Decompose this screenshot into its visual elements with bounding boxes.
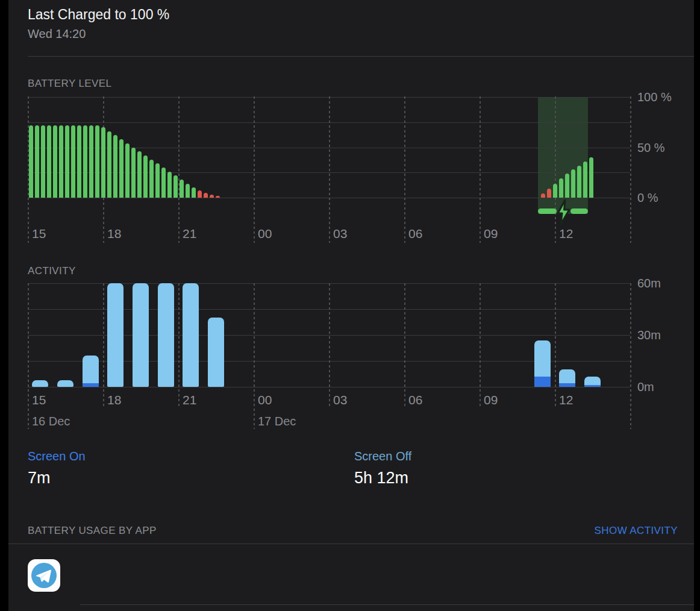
charging-indicator-bar (538, 208, 557, 214)
gridline-vertical-dashed (630, 283, 631, 429)
battery-y-tick: 50 % (637, 140, 665, 154)
activity-x-tick: 12 (559, 393, 573, 407)
battery-x-tick: 15 (32, 227, 46, 241)
activity-date-tick: 17 Dec (258, 415, 296, 428)
screen-off-stat: Screen Off 5h 12m (354, 450, 411, 487)
activity-bar (32, 380, 48, 387)
activity-bar (133, 283, 149, 387)
activity-bar (584, 377, 601, 387)
activity-bar-screen-on-segment (584, 385, 601, 387)
battery-x-tick: 09 (484, 227, 498, 241)
activity-x-tick: 09 (484, 393, 498, 407)
activity-bar (534, 340, 551, 387)
divider (28, 56, 694, 57)
battery-y-tick: 100 % (637, 90, 672, 104)
battery-bar (47, 125, 51, 198)
battery-bar (186, 184, 190, 198)
charging-bolt-icon (555, 199, 572, 225)
battery-x-tick: 00 (258, 227, 272, 241)
activity-x-tick: 03 (333, 393, 347, 407)
battery-bar (29, 125, 33, 198)
telegram-icon (28, 559, 60, 592)
battery-bar (192, 187, 196, 198)
battery-bar (547, 189, 551, 198)
divider (80, 604, 694, 605)
activity-x-tick: 15 (32, 393, 46, 407)
battery-bar (577, 166, 581, 198)
screen-on-label: Screen On (28, 450, 86, 463)
last-charged-timestamp: Wed 14:20 (28, 27, 86, 41)
activity-bar (183, 283, 199, 387)
battery-bar (107, 131, 111, 198)
battery-bar (35, 125, 39, 198)
gridline-vertical-dashed (404, 283, 405, 408)
show-activity-button[interactable]: SHOW ACTIVITY (595, 525, 678, 537)
activity-x-tick: 18 (107, 393, 121, 407)
activity-bar-screen-on-segment (534, 377, 551, 387)
activity-bar (158, 283, 174, 387)
battery-y-tick: 0 % (637, 191, 658, 205)
battery-x-tick: 18 (107, 227, 121, 241)
battery-bar (41, 125, 45, 198)
battery-bar (589, 157, 593, 198)
battery-bar (541, 193, 545, 198)
gridline-vertical-dashed (329, 283, 330, 408)
battery-bar (559, 178, 563, 198)
battery-bar (53, 125, 57, 198)
battery-bar (89, 125, 93, 198)
activity-bar (559, 369, 575, 387)
battery-x-tick: 12 (559, 227, 573, 241)
battery-bar (59, 125, 63, 198)
battery-usage-section-label: BATTERY USAGE BY APP (28, 525, 157, 537)
battery-bar (198, 190, 202, 198)
battery-bar (161, 168, 166, 198)
battery-x-tick: 06 (408, 227, 422, 241)
battery-bar (125, 143, 130, 198)
activity-x-tick: 00 (258, 393, 272, 407)
battery-bar (149, 160, 154, 198)
battery-bar (210, 195, 214, 198)
battery-bar (95, 125, 99, 198)
gridline-vertical-dashed (480, 96, 481, 243)
battery-bar (77, 125, 81, 198)
battery-bar (180, 180, 184, 198)
activity-date-tick: 16 Dec (32, 415, 70, 428)
gridline-vertical-dashed (178, 96, 180, 243)
battery-bar (131, 148, 136, 198)
battery-bar (173, 175, 178, 198)
battery-bar (565, 174, 569, 198)
page-title: Last Charged to 100 % (28, 7, 169, 23)
battery-bar (583, 161, 587, 198)
gridline-vertical-dashed (254, 96, 255, 243)
gridline-vertical-dashed (178, 283, 180, 408)
gridline-vertical-dashed (555, 283, 556, 408)
gridline-vertical-dashed (630, 96, 631, 243)
battery-bar (204, 193, 208, 198)
app-usage-row-telegram[interactable]: Telegram Notifications 100 % (8, 551, 694, 604)
activity-bar (57, 380, 73, 387)
gridline-vertical-dashed (103, 283, 104, 408)
battery-bar (137, 151, 142, 198)
battery-bar (553, 184, 557, 198)
activity-x-tick: 21 (183, 393, 196, 407)
activity-bar (208, 318, 224, 387)
screen-off-value: 5h 12m (354, 469, 411, 487)
battery-bar (83, 125, 87, 198)
gridline-vertical-dashed (28, 283, 29, 429)
activity-y-tick: 60m (637, 277, 661, 290)
screen-on-stat: Screen On 7m (28, 450, 86, 487)
activity-bar-screen-on-segment (559, 383, 575, 387)
battery-bar (155, 163, 160, 198)
activity-bar (83, 356, 99, 387)
charging-indicator-bar (570, 208, 589, 214)
battery-x-tick: 21 (183, 227, 196, 241)
battery-bar (167, 172, 172, 198)
gridline-vertical-dashed (404, 96, 405, 243)
battery-bar (101, 127, 105, 198)
battery-bar (571, 169, 575, 198)
gridline-vertical-dashed (480, 283, 481, 408)
battery-bar (143, 155, 148, 198)
activity-y-tick: 0m (637, 380, 654, 394)
battery-bar (71, 125, 75, 198)
battery-level-section-label: BATTERY LEVEL (28, 78, 111, 90)
